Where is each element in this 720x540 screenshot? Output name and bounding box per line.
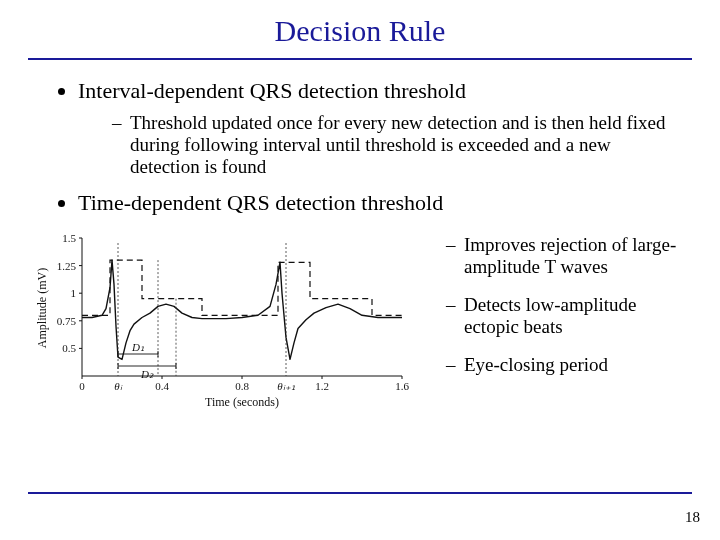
footer-rule [28,492,692,494]
svg-text:1.25: 1.25 [57,260,77,272]
svg-text:1.2: 1.2 [315,380,329,392]
x-ticks: 00.40.81.21.6 [79,376,409,392]
y-axis-label: Amplitude (mV) [35,268,49,348]
bullet-b-sub3-text: Eye-closing period [464,354,608,375]
bullet-b-sub3: Eye-closing period [446,354,690,376]
y-ticks: 0.50.7511.251.5 [57,232,82,354]
bullet-a-sub1-text: Threshold updated once for every new det… [130,112,666,177]
bullet-b-sub2-text: Detects low-amplitude ectopic beats [464,294,637,337]
slide: Decision Rule Interval-dependent QRS det… [0,0,720,540]
svg-text:0.8: 0.8 [235,380,249,392]
plot-area: 0.50.7511.251.5 00.40.81.21.6 θᵢ θᵢ₊₁ [35,232,409,409]
svg-text:1: 1 [71,287,77,299]
content-area: Interval-dependent QRS detection thresho… [0,60,720,216]
d1-label: D₁ [131,341,144,353]
svg-text:0.5: 0.5 [62,342,76,354]
theta-i-label: θᵢ [114,380,122,392]
d2-label: D₂ [140,368,154,380]
svg-text:0.4: 0.4 [155,380,169,392]
bullet-b-sub1-text: Improves rejection of large-amplitude T … [464,234,676,277]
slide-title: Decision Rule [0,0,720,54]
theta-i1-label: θᵢ₊₁ [277,380,294,392]
bullet-b: Time-dependent QRS detection threshold [78,190,672,216]
svg-text:0: 0 [79,380,85,392]
ecg-line [82,260,402,359]
bullet-b-sub1: Improves rejection of large-amplitude T … [446,234,690,278]
bullet-b-text: Time-dependent QRS detection threshold [78,190,443,215]
bullet-a: Interval-dependent QRS detection thresho… [78,78,672,178]
svg-text:1.6: 1.6 [395,380,409,392]
bullet-a-sub1: Threshold updated once for every new det… [112,112,672,178]
bullet-b-subs: Improves rejection of large-amplitude T … [436,234,690,376]
bullet-a-subs: Threshold updated once for every new det… [78,112,672,178]
x-axis-label: Time (seconds) [205,395,279,409]
ecg-chart: 0.50.7511.251.5 00.40.81.21.6 θᵢ θᵢ₊₁ [32,226,422,412]
bullet-b-sub2: Detects low-amplitude ectopic beats [446,294,690,338]
page-number: 18 [685,509,700,526]
svg-text:1.5: 1.5 [62,232,76,244]
threshold-line [82,260,402,315]
lower-row: 0.50.7511.251.5 00.40.81.21.6 θᵢ θᵢ₊₁ [0,226,720,412]
chart-container: 0.50.7511.251.5 00.40.81.21.6 θᵢ θᵢ₊₁ [32,226,422,412]
svg-text:0.75: 0.75 [57,315,77,327]
bullet-a-text: Interval-dependent QRS detection thresho… [78,78,466,103]
right-bullets: Improves rejection of large-amplitude T … [422,226,720,392]
bullet-list: Interval-dependent QRS detection thresho… [48,78,672,216]
d2-bracket: D₂ [118,363,176,380]
